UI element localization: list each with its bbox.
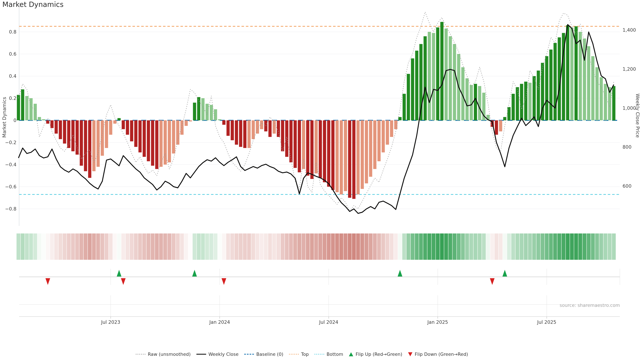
y-axis-right-tick: 1,000: [622, 105, 636, 111]
y-axis-left-tick: −0.2: [5, 140, 16, 145]
left-axis-title: Market Dynamics: [2, 97, 7, 138]
legend-item: Flip Down (Green→Red): [408, 352, 468, 357]
legend-label: Top: [301, 352, 309, 357]
legend-item: Top: [289, 352, 309, 357]
legend-dotted-line-icon: [289, 354, 299, 355]
triangle-up-icon: [349, 352, 353, 356]
y-axis-right-tick: 600: [622, 183, 632, 189]
legend-dotted-line-icon: [136, 354, 146, 355]
y-axis-left-tick: −0.8: [5, 206, 16, 212]
legend: Raw (unsmoothed)Weekly CloseBaseline (0)…: [136, 352, 468, 357]
figure: Market Dynamics Market Dynamics Weekly C…: [0, 0, 644, 362]
legend-label: Weekly Close: [208, 352, 239, 357]
legend-label: Baseline (0): [256, 352, 283, 357]
x-axis-tick: Jan 2025: [427, 320, 448, 325]
y-axis-right-tick: 1,400: [622, 27, 636, 33]
legend-dashed-line-icon: [244, 354, 254, 355]
x-axis-tick: Jul 2025: [537, 320, 556, 325]
y-axis-right-tick: 1,200: [622, 66, 636, 72]
x-axis-tick: Jul 2024: [319, 320, 338, 325]
legend-item: Flip Up (Red→Green): [349, 352, 402, 357]
x-axis-tick: Jan 2024: [209, 320, 230, 325]
page-title: Market Dynamics: [2, 0, 64, 8]
legend-line-icon: [196, 354, 206, 355]
legend-label: Bottom: [326, 352, 343, 357]
source-note: source: sharemaestro.com: [560, 303, 620, 308]
chart-canvas: [0, 0, 644, 362]
y-axis-left-tick: 0.2: [9, 95, 16, 101]
y-axis-right-tick: 800: [622, 144, 632, 150]
legend-item: Bottom: [314, 352, 343, 357]
y-axis-left-tick: 0.8: [9, 29, 16, 35]
legend-item: Raw (unsmoothed): [136, 352, 191, 357]
legend-item: Weekly Close: [196, 352, 239, 357]
y-axis-left-tick: −0.4: [5, 162, 16, 167]
legend-label: Flip Up (Red→Green): [356, 352, 402, 357]
legend-dotted-line-icon: [314, 354, 324, 355]
y-axis-left-tick: 0.4: [9, 73, 16, 79]
legend-item: Baseline (0): [244, 352, 283, 357]
right-axis-title: Weekly Close Price: [635, 93, 640, 138]
legend-label: Raw (unsmoothed): [148, 352, 191, 357]
y-axis-left-tick: 0.6: [9, 51, 16, 57]
y-axis-left-tick: −0.6: [5, 184, 16, 190]
y-axis-left-tick: 0: [14, 118, 16, 123]
x-axis-tick: Jul 2023: [101, 320, 120, 325]
triangle-down-icon: [408, 352, 412, 356]
legend-label: Flip Down (Green→Red): [415, 352, 468, 357]
